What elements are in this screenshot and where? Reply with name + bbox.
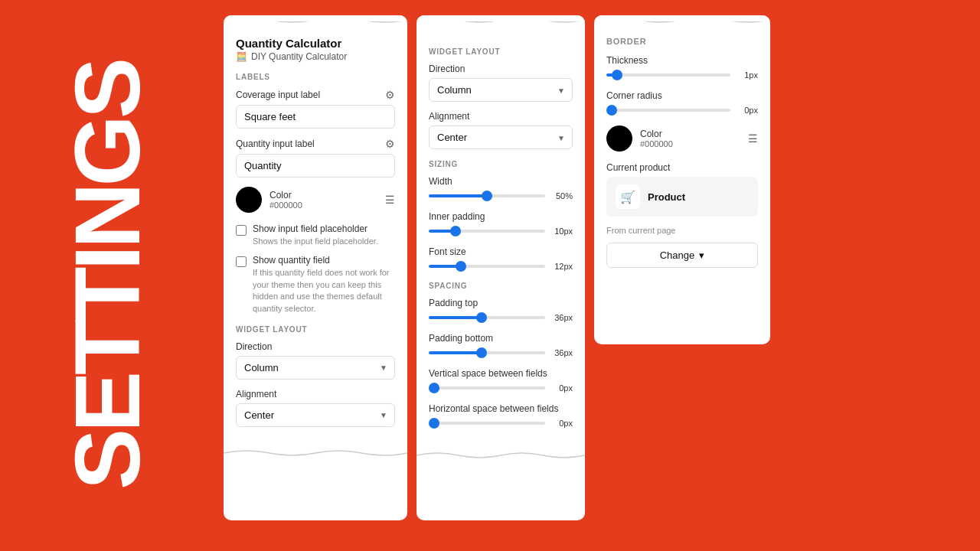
thickness-slider[interactable]: [606, 73, 730, 77]
coverage-input[interactable]: [236, 105, 395, 129]
panel-quantity-calculator: Quantity Calculator 🧮 DIY Quantity Calcu…: [224, 15, 407, 520]
border-heading: BORDER: [606, 37, 758, 46]
font-size-value: 12px: [551, 262, 573, 271]
horizontal-space-slider-row: Horizontal space between fields 0px: [429, 403, 573, 428]
show-placeholder-checkbox[interactable]: [236, 225, 247, 236]
padding-top-value: 36px: [551, 313, 573, 322]
alignment-select-2[interactable]: Center Left Right: [429, 126, 573, 149]
padding-bottom-value: 36px: [551, 348, 573, 357]
direction-select-wrapper-2: Column Row ▼: [429, 78, 573, 102]
padding-top-slider-row: Padding top 36px: [429, 298, 573, 322]
vertical-space-slider[interactable]: [429, 386, 545, 390]
settings-title: SETTINGS: [61, 61, 153, 490]
wavy-top-2: [416, 15, 585, 24]
panel-3-inner: BORDER Thickness 1px Corner radius 0px C: [594, 24, 770, 280]
panel-2-inner: WIDGET LAYOUT Direction Column Row ▼ Ali…: [416, 24, 585, 451]
width-slider-row: Width 50%: [429, 176, 573, 201]
width-slider[interactable]: [429, 194, 545, 197]
coverage-label-row: Coverage input label ⚙: [236, 89, 395, 101]
inner-padding-value: 10px: [551, 227, 573, 236]
inner-padding-slider[interactable]: [429, 230, 545, 233]
wavy-top-1: [224, 15, 407, 24]
padding-bottom-slider-container: 36px: [429, 348, 573, 357]
panel-1-title: Quantity Calculator: [236, 37, 395, 50]
color-row-1: Color #000000 ☰: [236, 187, 395, 213]
alignment-label-1: Alignment: [236, 389, 395, 399]
width-value: 50%: [551, 191, 573, 201]
alignment-select-1[interactable]: Center Left Right: [236, 403, 395, 427]
thickness-slider-container: 1px: [606, 70, 758, 80]
show-quantity-content: Show quantity field If this quantity fie…: [253, 255, 395, 315]
thickness-slider-row: Thickness 1px: [606, 55, 758, 80]
color-swatch-1[interactable]: [236, 187, 262, 213]
quantity-input[interactable]: [236, 154, 395, 178]
wavy-bottom-2: [416, 451, 585, 460]
wavy-bottom-1: [224, 448, 407, 458]
alignment-select-wrapper-1: Center Left Right ▼: [236, 403, 395, 427]
wavy-top-3: [594, 15, 770, 24]
corner-radius-slider-row: Corner radius 0px: [606, 90, 758, 115]
panel-1-inner: Quantity Calculator 🧮 DIY Quantity Calcu…: [224, 24, 407, 448]
direction-select-wrapper-1: Column Row ▼: [236, 356, 395, 380]
current-product-label: Current product: [606, 162, 758, 173]
corner-radius-value: 0px: [737, 106, 758, 115]
labels-section-heading: LABELS: [236, 73, 395, 81]
show-placeholder-content: Show input field placeholder Shows the i…: [253, 223, 395, 247]
direction-select-2[interactable]: Column Row: [429, 78, 573, 102]
alignment-label-2: Alignment: [429, 111, 573, 122]
padding-top-slider[interactable]: [429, 316, 545, 319]
change-button[interactable]: Change ▾: [606, 243, 758, 268]
color-info-3: Color #000000: [640, 129, 740, 148]
product-card: 🛒 Product: [606, 177, 758, 217]
panel-border: BORDER Thickness 1px Corner radius 0px C: [594, 15, 770, 344]
panel-widget-layout: WIDGET LAYOUT Direction Column Row ▼ Ali…: [416, 15, 585, 520]
coverage-reset-icon[interactable]: ⚙: [385, 89, 395, 101]
thickness-value: 1px: [737, 70, 758, 80]
vertical-space-slider-container: 0px: [429, 383, 573, 393]
horizontal-space-slider[interactable]: [429, 422, 545, 425]
corner-radius-slider-container: 0px: [606, 106, 758, 115]
sizing-heading: SIZING: [429, 160, 573, 168]
quantity-reset-icon[interactable]: ⚙: [385, 138, 395, 150]
show-quantity-row: Show quantity field If this quantity fie…: [236, 255, 395, 315]
color-row-3: Color #000000 ☰: [606, 126, 758, 152]
vertical-space-slider-row: Vertical space between fields 0px: [429, 368, 573, 393]
border-color-options-icon[interactable]: ☰: [748, 132, 758, 145]
change-btn-chevron: ▾: [699, 249, 704, 261]
font-size-slider-container: 12px: [429, 262, 573, 271]
main-content: Quantity Calculator 🧮 DIY Quantity Calcu…: [214, 0, 980, 551]
show-placeholder-row: Show input field placeholder Shows the i…: [236, 223, 395, 247]
panel-1-subtitle: 🧮 DIY Quantity Calculator: [236, 51, 395, 62]
alignment-select-wrapper-2: Center Left Right ▼: [429, 126, 573, 149]
color-info-1: Color #000000: [270, 190, 377, 210]
inner-padding-slider-container: 10px: [429, 227, 573, 236]
widget-layout-heading-2: WIDGET LAYOUT: [429, 47, 573, 56]
product-name: Product: [648, 191, 685, 203]
font-size-slider[interactable]: [429, 265, 545, 268]
product-icon: 🛒: [616, 184, 640, 209]
spacing-heading: SPACING: [429, 282, 573, 290]
font-size-slider-row: Font size 12px: [429, 246, 573, 271]
inner-padding-slider-row: Inner padding 10px: [429, 211, 573, 236]
horizontal-space-slider-container: 0px: [429, 419, 573, 428]
horizontal-space-value: 0px: [551, 419, 573, 428]
quantity-label-row: Quantity input label ⚙: [236, 138, 395, 150]
color-swatch-3[interactable]: [606, 126, 632, 152]
direction-label-1: Direction: [236, 341, 395, 352]
direction-label-2: Direction: [429, 64, 573, 74]
calculator-icon: 🧮: [236, 51, 247, 62]
direction-select-1[interactable]: Column Row: [236, 356, 395, 380]
left-panel: SETTINGS: [0, 0, 214, 551]
widget-layout-heading-1: WIDGET LAYOUT: [236, 325, 395, 334]
padding-bottom-slider-row: Padding bottom 36px: [429, 333, 573, 357]
padding-top-slider-container: 36px: [429, 313, 573, 322]
color-options-icon[interactable]: ☰: [385, 194, 395, 206]
vertical-space-value: 0px: [551, 383, 573, 393]
corner-radius-slider[interactable]: [606, 109, 730, 112]
show-quantity-checkbox[interactable]: [236, 256, 247, 267]
width-slider-container: 50%: [429, 191, 573, 201]
padding-bottom-slider[interactable]: [429, 351, 545, 354]
product-source: From current page: [606, 226, 758, 235]
